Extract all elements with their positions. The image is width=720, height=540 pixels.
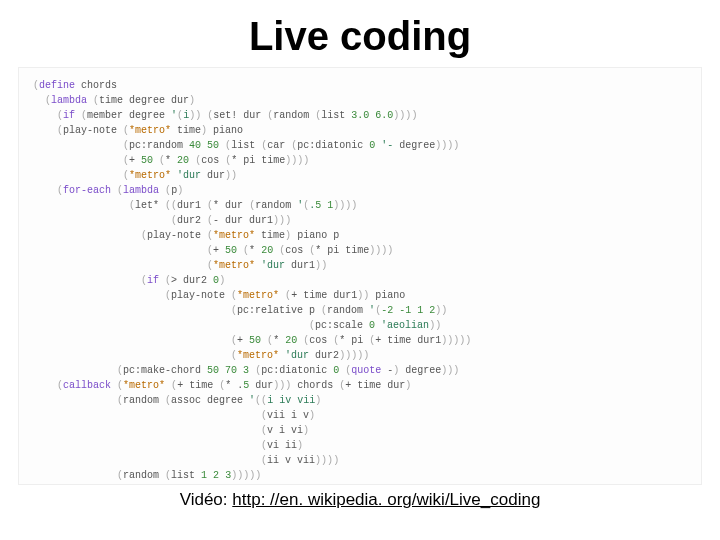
page-title: Live coding: [0, 0, 720, 67]
video-link[interactable]: http: //en. wikipedia. org/wiki/Live_cod…: [232, 490, 540, 509]
footer-prefix: Vidéo:: [180, 490, 233, 509]
slide: Live coding (define chords (lambda (time…: [0, 0, 720, 540]
code-panel: (define chords (lambda (time degree dur)…: [18, 67, 702, 485]
code-block: (define chords (lambda (time degree dur)…: [33, 78, 687, 485]
footer: Vidéo: http: //en. wikipedia. org/wiki/L…: [0, 490, 720, 510]
